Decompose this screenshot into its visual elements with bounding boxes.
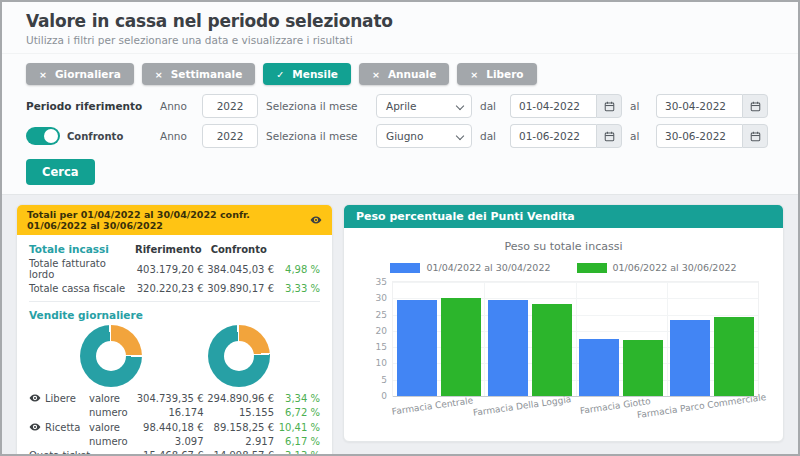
y-axis-label: 10 [376, 358, 387, 368]
compare-value: 15.155 [204, 407, 275, 418]
compare-value: 384.045,03 € [204, 264, 275, 275]
gridline [393, 396, 758, 397]
period-chip-annuale[interactable]: ×Annuale [359, 63, 449, 85]
y-axis-label: 30 [376, 293, 387, 303]
calendar-icon [750, 101, 761, 112]
bar-group [488, 282, 572, 396]
incassi-table: Totale incassiRiferimentoConfrontoTotale… [29, 243, 320, 294]
period-type-chips: ×Giornaliera×Settimanale✓Mensile×Annuale… [26, 63, 774, 85]
compare-to-date-group [656, 124, 768, 148]
period-reference-label: Periodo riferimento [26, 100, 152, 112]
reference-value: 15.468,67 € [133, 450, 204, 456]
reference-value: 320.220,23 € [133, 283, 204, 294]
period-chip-libero[interactable]: ×Libero [457, 63, 536, 85]
reference-month-select[interactable]: Aprile [376, 94, 472, 118]
totals-visibility-eye-icon[interactable] [310, 214, 322, 226]
sales-panel-header: Peso percentuale dei Punti Vendita [344, 205, 783, 228]
calendar-button[interactable] [742, 94, 768, 118]
period-chip-settimanale[interactable]: ×Settimanale [142, 63, 256, 85]
compare-from-date-input[interactable] [510, 124, 596, 148]
bar-series1-1 [532, 304, 572, 397]
remove-icon: × [372, 69, 380, 80]
y-axis-label: 35 [376, 277, 387, 287]
legend-label: 01/04/2022 al 30/04/2022 [426, 262, 550, 273]
chip-label: Annuale [388, 68, 436, 80]
reference-value: 403.179,20 € [133, 264, 204, 275]
percent-delta: 10,41 % [274, 422, 320, 433]
compare-value: 309.890,17 € [204, 283, 275, 294]
row-sublabel: valore [89, 422, 133, 433]
divider [29, 301, 320, 302]
check-icon: ✓ [276, 69, 284, 80]
compare-to-date-input[interactable] [656, 124, 742, 148]
content-area: Totali per 01/04/2022 al 30/04/2022 conf… [2, 194, 798, 456]
y-axis-label: 25 [376, 310, 387, 320]
row-label-cell: Ricetta [29, 421, 89, 433]
incassi-title: Totale incassi [29, 243, 133, 255]
compare-year-input[interactable] [202, 124, 258, 148]
calendar-button[interactable] [596, 124, 622, 148]
vendite-title: Vendite giornaliere [29, 309, 320, 321]
chip-label: Giornaliera [55, 68, 121, 80]
row-sublabel: numero [89, 407, 133, 418]
compare-label: Confronto [67, 131, 123, 142]
totals-panel-body: Totale incassiRiferimentoConfrontoTotale… [17, 235, 332, 456]
row-label: Totale fatturato lordo [29, 258, 133, 280]
y-axis-label: 20 [376, 326, 387, 336]
calendar-button[interactable] [596, 94, 622, 118]
compare-from-date-group [510, 124, 622, 148]
bar-groups [393, 282, 758, 396]
bar-group [670, 282, 754, 396]
reference-from-date-group [510, 94, 622, 118]
reference-year-input[interactable] [202, 94, 258, 118]
row-sublabel: numero [89, 436, 133, 447]
period-chip-giornaliera[interactable]: ×Giornaliera [26, 63, 134, 85]
percent-delta: 4,98 % [274, 264, 320, 275]
y-axis-label: 5 [381, 375, 387, 385]
bar-series0-2 [579, 339, 619, 396]
reference-to-date-input[interactable] [656, 94, 742, 118]
compare-anno-label: Anno [160, 130, 194, 142]
compare-toggle[interactable] [26, 127, 60, 145]
compare-dal-label: dal [480, 130, 502, 142]
chip-label: Settimanale [171, 68, 243, 80]
calendar-icon [604, 101, 615, 112]
chevron-down-icon [456, 102, 464, 110]
remove-icon: × [155, 69, 163, 80]
col-confronto: Confronto [204, 244, 275, 255]
row-label: Quota ticket [29, 450, 90, 456]
calendar-button[interactable] [742, 124, 768, 148]
chip-label: Mensile [292, 68, 338, 80]
donut-chart-reference [80, 325, 142, 387]
bar-series0-1 [488, 300, 528, 396]
sales-panel: Peso percentuale dei Punti Vendita Peso … [343, 204, 784, 442]
selected-month: Aprile [386, 100, 416, 112]
compare-value: 2.917 [204, 436, 275, 447]
filters-section: ×Giornaliera×Settimanale✓Mensile×Annuale… [2, 54, 798, 194]
reference-from-date-input[interactable] [510, 94, 596, 118]
chip-label: Libero [486, 68, 523, 80]
legend-item: 01/04/2022 al 30/04/2022 [390, 262, 550, 273]
eye-icon[interactable] [29, 421, 41, 433]
compare-value: 89.158,25 € [204, 422, 275, 433]
bar-series1-0 [441, 298, 481, 396]
period-chip-mensile[interactable]: ✓Mensile [263, 63, 351, 85]
eye-icon[interactable] [29, 392, 41, 404]
y-axis-label: 15 [376, 342, 387, 352]
compare-month-select[interactable]: Giugno [376, 124, 472, 148]
vendite-table: Liberevalore304.739,35 €294.890,96 €3,34… [29, 392, 320, 456]
totals-panel: Totali per 01/04/2022 al 30/04/2022 conf… [16, 204, 333, 456]
col-riferimento: Riferimento [133, 244, 204, 255]
page-title: Valore in cassa nel periodo selezionato [26, 11, 774, 31]
row-label-cell: Quota ticket [29, 450, 133, 456]
legend-swatch [390, 263, 420, 273]
row-sublabel: valore [89, 393, 133, 404]
row-label-cell: Libere [29, 392, 89, 404]
bar-group [397, 282, 481, 396]
search-button[interactable]: Cerca [26, 159, 95, 185]
chart-title: Peso su totale incassi [358, 240, 769, 253]
x-axis-label: Farmacia Della Loggia [472, 394, 572, 418]
reference-al-label: al [630, 100, 648, 112]
row-label: Totale cassa fiscale [29, 283, 133, 294]
row-label: Libere [45, 393, 76, 404]
